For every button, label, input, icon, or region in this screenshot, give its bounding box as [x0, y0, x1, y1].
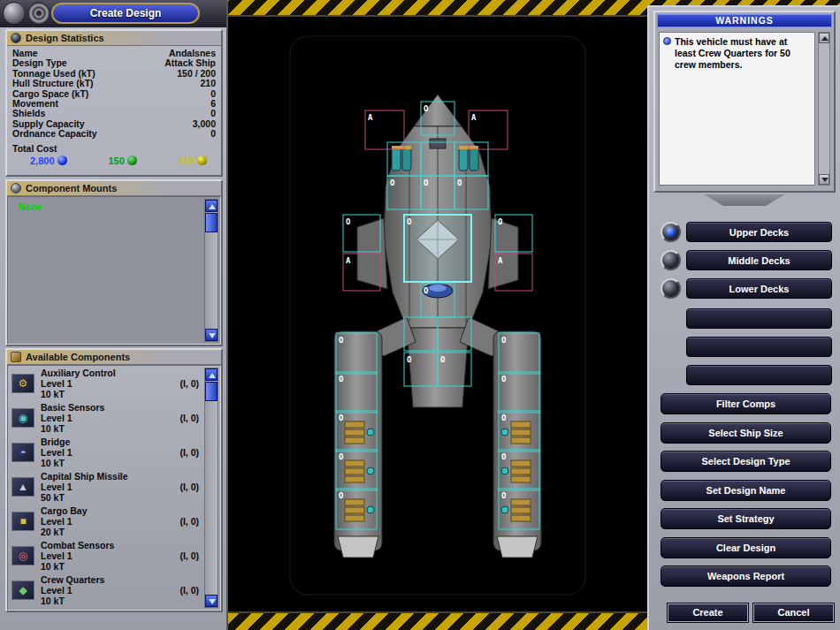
deck-bar-lower[interactable]: Lower Decks — [686, 278, 832, 299]
auxiliary-control-icon: ⚙ — [11, 374, 34, 393]
component-mounts-panel: Component Mounts None — [5, 179, 223, 346]
design-statistics-body: NameAndalsnes Design TypeAttack Ship Ton… — [7, 46, 221, 166]
slot-type-label: O — [390, 178, 395, 187]
cancel-button[interactable]: Cancel — [753, 603, 834, 622]
right-panel: WARNINGS This vehicle must have at least… — [647, 5, 840, 630]
deck-radio-upper[interactable] — [661, 222, 681, 242]
slot-type-label: O — [346, 217, 351, 226]
component-mounts-title: Component Mounts — [26, 183, 117, 194]
slot-type-label: O — [501, 336, 507, 345]
bridge-icon: ◓ — [11, 443, 34, 462]
page-title: Create Design — [51, 3, 200, 24]
hazard-stripe-bottom — [228, 611, 647, 630]
clear-design-button[interactable]: Clear Design — [661, 537, 831, 558]
slot-type-label: O — [501, 491, 507, 500]
scroll-up-icon[interactable] — [819, 33, 829, 43]
slot-type-label: O — [339, 491, 344, 500]
scroll-up-icon[interactable] — [205, 368, 218, 381]
slot-type-label: O — [457, 178, 462, 187]
filter-comps-button[interactable]: Filter Comps — [661, 393, 831, 414]
menu-knob-icon[interactable] — [27, 2, 50, 25]
list-item[interactable]: ◉ Basic SensorsLevel 110 kT (I, 0) — [8, 400, 220, 435]
mounts-scrollbar[interactable] — [204, 199, 218, 342]
stat-row: Hull Structure (kT)210 — [7, 79, 221, 88]
slot-type-label: O — [339, 414, 344, 422]
list-item[interactable]: ◆ Crew QuartersLevel 110 kT (I, 0) — [8, 573, 220, 607]
slot-type-label: O — [501, 375, 507, 383]
component-mounts-header: Component Mounts — [7, 181, 221, 196]
warnings-list[interactable]: This vehicle must have at least Crew Qua… — [659, 32, 815, 186]
warning-text: This vehicle must have at least Crew Qua… — [675, 36, 811, 71]
weapons-report-button[interactable]: Weapons Report — [661, 565, 831, 587]
slot-type-label: O — [407, 217, 412, 226]
organics-icon — [127, 156, 137, 165]
list-item[interactable]: ■ Cargo BayLevel 120 kT (I, 0) — [8, 504, 220, 538]
basic-sensors-icon: ◉ — [11, 408, 34, 428]
warning-bullet-icon — [663, 37, 671, 45]
empty-slot-bar — [686, 337, 832, 357]
left-panel: Create Design Design Statistics NameAnda… — [0, 0, 228, 630]
slot-type-label: O — [440, 355, 446, 364]
components-scrollbar[interactable] — [204, 368, 218, 608]
list-item[interactable]: ◎ Combat SensorsLevel 110 kT (I, 0) — [8, 538, 220, 573]
deck-bar-middle[interactable]: Middle Decks — [686, 250, 832, 270]
total-cost-label: Total Cost — [7, 140, 221, 154]
list-item[interactable]: ◓ BridgeLevel 110 kT (I, 0) — [8, 435, 220, 469]
components-crate-icon — [11, 352, 21, 362]
empty-slot-bar — [686, 308, 832, 329]
slot-type-label: O — [424, 178, 429, 187]
slot-type-label: O — [339, 336, 344, 345]
slot-type-label: O — [501, 414, 507, 422]
stat-row: Ordnance Capacity0 — [7, 129, 221, 139]
list-item[interactable]: ▲ Capital Ship MissileLevel 150 kT (I, 0… — [8, 469, 220, 504]
mineral-cost: 2,800 — [30, 156, 67, 166]
scroll-up-icon[interactable] — [205, 200, 218, 212]
scroll-down-icon[interactable] — [205, 595, 218, 607]
slot-type-label: O — [424, 104, 429, 113]
scrollbar-thumb[interactable] — [205, 382, 218, 401]
scroll-down-icon[interactable] — [205, 329, 218, 341]
set-strategy-button[interactable]: Set Strategy — [661, 508, 831, 529]
set-design-name-button[interactable]: Set Design Name — [661, 480, 831, 501]
deck-bar-upper[interactable]: Upper Decks — [686, 222, 832, 242]
slot-type-label: O — [339, 452, 344, 461]
organic-cost: 150 — [108, 156, 136, 166]
panel-notch — [704, 194, 785, 206]
window-knob-icon[interactable] — [3, 2, 26, 25]
scroll-down-icon[interactable] — [819, 174, 829, 185]
slot-type-label: O — [498, 217, 503, 226]
design-statistics-header: Design Statistics — [7, 31, 221, 46]
statistics-orb-icon — [11, 33, 21, 43]
select-ship-size-button[interactable]: Select Ship Size — [661, 422, 831, 444]
slot-type-label: A — [346, 256, 351, 265]
design-statistics-title: Design Statistics — [26, 33, 104, 43]
create-button[interactable]: Create — [668, 603, 748, 622]
warnings-scrollbar[interactable] — [818, 32, 830, 186]
component-slot[interactable] — [404, 215, 471, 282]
warnings-panel: WARNINGS This vehicle must have at least… — [653, 11, 836, 193]
total-cost-values: 2,800 150 410 — [7, 154, 221, 166]
ship-schematic[interactable]: AOAOOOOOAAOOOOOOOOOOOOOO — [228, 17, 647, 611]
combat-sensors-icon: ◎ — [11, 546, 34, 565]
deck-radio-lower[interactable] — [661, 278, 681, 299]
deck-radio-middle[interactable] — [661, 250, 681, 270]
slot-type-label: O — [501, 452, 507, 461]
component-mounts-list[interactable]: None — [7, 196, 221, 345]
available-components-panel: Available Components ⚙ Auxiliary Control… — [5, 348, 223, 612]
slot-type-label: O — [339, 375, 344, 383]
available-components-list[interactable]: ⚙ Auxiliary ControlLevel 110 kT (I, 0) ◉… — [7, 365, 221, 611]
slot-type-label: A — [368, 113, 373, 122]
ship-design-viewport[interactable]: AOAOOOOOAAOOOOOOOOOOOOOO — [228, 17, 647, 611]
design-statistics-panel: Design Statistics NameAndalsnes Design T… — [5, 29, 223, 177]
slot-type-label: O — [424, 286, 429, 295]
warnings-header: WARNINGS — [657, 14, 832, 27]
crew-quarters-icon: ◆ — [11, 581, 34, 600]
slot-type-label: O — [407, 355, 412, 364]
scrollbar-thumb[interactable] — [205, 213, 218, 232]
slot-type-label: A — [498, 256, 503, 265]
slot-type-label: A — [471, 113, 477, 122]
list-item[interactable]: ⚙ Auxiliary ControlLevel 110 kT (I, 0) — [8, 366, 220, 400]
minerals-icon — [57, 156, 67, 165]
mounts-orb-icon — [11, 183, 21, 194]
select-design-type-button[interactable]: Select Design Type — [661, 451, 831, 472]
